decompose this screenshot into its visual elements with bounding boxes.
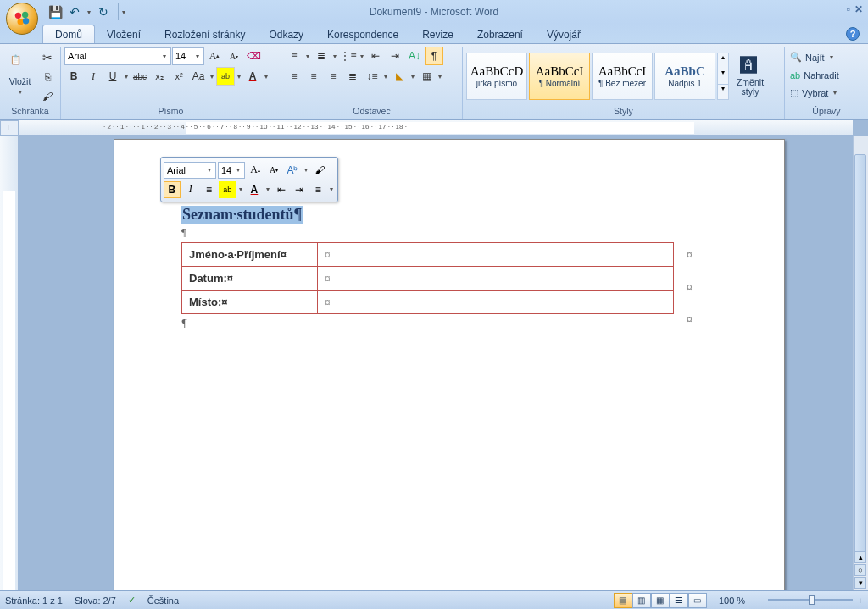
shading-dropdown[interactable]: ▾ <box>409 73 416 80</box>
mini-bullets-button[interactable]: ≡ <box>309 181 326 198</box>
vertical-ruler[interactable] <box>0 136 19 590</box>
italic-button[interactable]: I <box>84 67 103 86</box>
student-table[interactable]: Jméno·a·Příjmení¤¤ Datum:¤¤ Místo:¤¤ <box>181 242 674 314</box>
align-center-button[interactable]: ≡ <box>304 67 323 86</box>
mini-highlight-dropdown[interactable]: ▾ <box>237 185 244 193</box>
mini-italic-button[interactable]: I <box>182 181 199 198</box>
office-button[interactable] <box>6 3 38 35</box>
font-color-button[interactable]: A <box>243 67 262 86</box>
borders-button[interactable]: ▦ <box>417 67 436 86</box>
bullets-dropdown[interactable]: ▾ <box>304 53 311 60</box>
ruler-corner[interactable]: L <box>0 120 19 136</box>
justify-button[interactable]: ≣ <box>343 67 362 86</box>
qat-customize[interactable]: ▾ <box>118 3 128 20</box>
mini-grow-button[interactable]: A▴ <box>247 162 264 179</box>
mini-fontcolor-button[interactable]: A <box>246 181 263 198</box>
multilevel-dropdown[interactable]: ▾ <box>359 53 365 60</box>
mini-font-combo[interactable]: Arial▾ <box>164 162 216 179</box>
web-view[interactable]: ▦ <box>651 593 670 608</box>
select-button[interactable]: ⬚Vybrat▾ <box>788 84 841 102</box>
tab-mailings[interactable]: Korespondence <box>315 25 410 43</box>
status-language[interactable]: Čeština <box>147 595 179 606</box>
indent-decrease-button[interactable]: ⇤ <box>366 47 385 65</box>
multilevel-button[interactable]: ⋮≡ <box>339 47 358 65</box>
case-dropdown[interactable]: ▾ <box>209 73 215 80</box>
bold-button[interactable]: B <box>64 67 83 86</box>
font-name-combo[interactable]: Arial▾ <box>64 47 171 65</box>
style-normal[interactable]: AaBbCcI¶ Normální <box>529 53 590 100</box>
tab-developer[interactable]: Vývojář <box>535 25 593 43</box>
tab-layout[interactable]: Rozložení stránky <box>153 25 257 43</box>
zoom-in-button[interactable]: + <box>858 595 863 606</box>
style-no-spacing[interactable]: AaBbCcI¶ Bez mezer <box>592 53 653 100</box>
help-button[interactable]: ? <box>846 27 860 41</box>
cell-value[interactable]: ¤ <box>318 243 674 267</box>
cell-value[interactable]: ¤ <box>318 291 674 314</box>
mini-size-combo[interactable]: 14▾ <box>218 162 245 179</box>
mini-indent-dec-button[interactable]: ⇤ <box>273 181 290 198</box>
line-spacing-button[interactable]: ↕≡ <box>363 67 381 86</box>
heading-text[interactable]: Seznam·studentů <box>181 206 303 224</box>
next-page-button[interactable]: ▾ <box>854 577 866 589</box>
cell-label[interactable]: Jméno·a·Příjmení¤ <box>182 243 318 267</box>
numbering-dropdown[interactable]: ▾ <box>331 53 338 60</box>
style-scroll[interactable]: ▴▾▾ <box>717 53 729 100</box>
change-styles-button[interactable]: 🅰 Změnit styly <box>731 48 770 104</box>
redo-icon[interactable]: ↻ <box>95 3 112 20</box>
strike-button[interactable]: abc <box>131 67 149 86</box>
clear-format-button[interactable]: ⌫ <box>244 47 263 65</box>
mini-styles-button[interactable]: Aᵇ <box>284 162 301 179</box>
style-heading1[interactable]: AaBbCNadpis 1 <box>654 53 715 100</box>
find-button[interactable]: 🔍Najít▾ <box>788 48 841 66</box>
save-icon[interactable]: 💾 <box>47 3 64 20</box>
change-case-button[interactable]: Aa <box>189 67 208 86</box>
align-left-button[interactable]: ≡ <box>285 67 303 86</box>
spacing-dropdown[interactable]: ▾ <box>382 73 389 80</box>
underline-button[interactable]: U <box>103 67 122 86</box>
table-row[interactable]: Jméno·a·Příjmení¤¤ <box>182 243 674 267</box>
style-jirka[interactable]: AaBbCcDjirka písmo <box>466 53 527 100</box>
bullets-button[interactable]: ≡ <box>285 47 303 65</box>
replace-button[interactable]: abNahradit <box>788 66 841 84</box>
grow-font-button[interactable]: A▴ <box>205 47 224 65</box>
show-marks-button[interactable]: ¶ <box>425 47 443 65</box>
table-row[interactable]: Datum:¤¤ <box>182 267 674 291</box>
reading-view[interactable]: ▥ <box>632 593 651 608</box>
superscript-button[interactable]: x² <box>170 67 188 86</box>
print-layout-view[interactable]: ▤ <box>614 593 632 608</box>
numbering-button[interactable]: ≣ <box>312 47 331 65</box>
zoom-out-button[interactable]: − <box>757 595 762 606</box>
borders-dropdown[interactable]: ▾ <box>437 73 443 80</box>
document-content[interactable]: Seznam·studentů ¶ Jméno·a·Příjmení¤¤ Dat… <box>181 206 674 329</box>
mini-bold-button[interactable]: B <box>164 181 181 198</box>
subscript-button[interactable]: x₂ <box>150 67 169 86</box>
highlight-button[interactable]: ab <box>216 67 235 86</box>
cell-label[interactable]: Místo:¤ <box>182 291 318 314</box>
format-painter-button[interactable]: 🖌 <box>38 87 57 106</box>
mini-bullets-dropdown[interactable]: ▾ <box>328 185 335 193</box>
tab-insert[interactable]: Vložení <box>95 25 153 43</box>
underline-dropdown[interactable]: ▾ <box>123 73 130 80</box>
zoom-level[interactable]: 100 % <box>719 595 745 606</box>
status-page[interactable]: Stránka: 1 z 1 <box>5 595 63 606</box>
horizontal-ruler[interactable]: · 2 · · 1 · · · · 1 · · 2 · · 3 · · 4 · … <box>19 120 853 136</box>
tab-review[interactable]: Revize <box>410 25 465 43</box>
status-proof-icon[interactable]: ✓ <box>128 595 136 606</box>
tab-references[interactable]: Odkazy <box>257 25 315 43</box>
mini-painter-button[interactable]: 🖌 <box>311 162 328 179</box>
vertical-scrollbar[interactable]: ▴ ○ ▾ <box>853 136 868 590</box>
indent-increase-button[interactable]: ⇥ <box>386 47 404 65</box>
mini-fontcolor-dropdown[interactable]: ▾ <box>264 185 271 193</box>
table-row[interactable]: Místo:¤¤ <box>182 291 674 314</box>
font-color-dropdown[interactable]: ▾ <box>263 73 270 80</box>
shading-button[interactable]: ◣ <box>390 67 409 86</box>
mini-shrink-button[interactable]: A▾ <box>265 162 282 179</box>
font-size-combo[interactable]: 14▾ <box>172 47 204 65</box>
browse-button[interactable]: ○ <box>854 564 866 576</box>
zoom-track[interactable] <box>768 599 853 601</box>
tab-view[interactable]: Zobrazení <box>465 25 535 43</box>
scroll-thumb[interactable] <box>854 154 866 561</box>
sort-button[interactable]: A↓ <box>405 47 424 65</box>
mini-center-button[interactable]: ≡ <box>201 181 218 198</box>
highlight-dropdown[interactable]: ▾ <box>236 73 242 80</box>
